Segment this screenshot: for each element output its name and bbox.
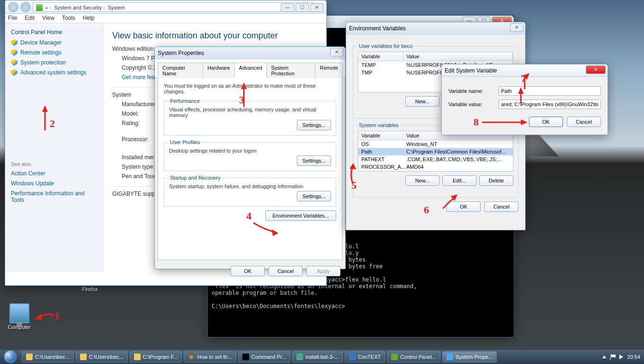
sidebar-advanced-system-settings[interactable]: Advanced system settings	[11, 69, 98, 76]
close-button[interactable]: ✕	[310, 3, 323, 12]
forward-button[interactable]	[20, 2, 31, 12]
computer-desktop-icon[interactable]: Computer	[3, 303, 36, 330]
menu-tools[interactable]: Tools	[62, 15, 75, 22]
system-new-button[interactable]: New...	[405, 175, 439, 186]
taskbar[interactable]: C:\Users\bec... C:\Users\bec... C:\Progr…	[0, 350, 644, 364]
tab-system-protection[interactable]: System Protection	[267, 63, 316, 78]
taskbar-item[interactable]: C:\Program F...	[130, 351, 182, 363]
icon-label: Firefox	[73, 286, 107, 292]
table-row-selected[interactable]: PathC:\Program Files\Common Files\Micros…	[358, 148, 513, 155]
tab-advanced[interactable]: Advanced	[234, 63, 267, 78]
ok-button[interactable]: OK	[529, 117, 563, 127]
sidebar-device-manager[interactable]: Device Manager	[11, 39, 98, 46]
taskbar-item[interactable]: How to set th...	[184, 351, 236, 363]
start-button[interactable]	[0, 350, 21, 364]
close-button[interactable]: ✕	[510, 23, 523, 32]
see-also-heading: See also	[11, 161, 98, 167]
title-bar[interactable]: Environment Variables ✕	[346, 22, 525, 35]
show-hidden-icons[interactable]	[602, 355, 606, 358]
taskbar-item-active[interactable]: System Prope...	[442, 351, 497, 363]
folder-icon	[26, 354, 33, 360]
user-profiles-group: User Profiles Desktop settings related t…	[164, 139, 336, 171]
table-row[interactable]: PROCESSOR_A...AMD64	[358, 163, 513, 171]
system-edit-button[interactable]: Edit...	[442, 175, 476, 186]
page-title: View basic information about your comput…	[112, 31, 318, 41]
settings-performance-button[interactable]: Settings...	[297, 120, 331, 130]
apply-button[interactable]: Apply	[306, 266, 340, 276]
system-delete-button[interactable]: Delete	[479, 175, 513, 186]
col-variable[interactable]: Variable	[358, 52, 403, 61]
col-value[interactable]: Value	[403, 52, 513, 61]
performance-group: Performance Visual effects, processor sc…	[164, 98, 336, 136]
legend-user-profiles: User Profiles	[169, 139, 201, 145]
close-button[interactable]: ✕	[330, 48, 343, 56]
menu-edit[interactable]: Edit	[25, 15, 35, 22]
sidebar-remote-settings[interactable]: Remote settings	[11, 49, 98, 56]
control-panel-icon	[36, 4, 43, 11]
col-variable[interactable]: Variable	[358, 131, 403, 140]
tab-hardware[interactable]: Hardware	[203, 63, 235, 78]
taskbar-item[interactable]: Control Panel...	[387, 351, 440, 363]
cancel-button[interactable]: Cancel	[268, 266, 303, 276]
menu-help[interactable]: Help	[83, 15, 95, 22]
system-variables-table[interactable]: VariableValue OSWindows_NT PathC:\Progra…	[358, 131, 513, 172]
startup-recovery-group: Startup and Recovery System startup, sys…	[164, 175, 336, 207]
taskbar-item[interactable]: Command Pr...	[238, 351, 290, 363]
desc-performance: Visual effects, processor scheduling, me…	[169, 107, 331, 118]
sidebar-action-center[interactable]: Action Center	[11, 170, 98, 177]
input-variable-name[interactable]	[499, 86, 601, 96]
system-icon	[447, 354, 453, 360]
folder-icon	[80, 354, 87, 360]
user-new-button[interactable]: New...	[405, 96, 439, 107]
admin-note: You must be logged on as an Administrato…	[164, 83, 336, 94]
back-button[interactable]	[8, 2, 18, 12]
title-bar[interactable]: System Properties ✕	[155, 47, 345, 59]
sidebar-windows-update[interactable]: Windows Update	[11, 180, 98, 187]
cancel-button[interactable]: Cancel	[484, 201, 519, 212]
ok-button[interactable]: OK	[231, 266, 265, 276]
settings-startup-button[interactable]: Settings...	[297, 191, 331, 201]
tab-computer-name[interactable]: Computer Name	[158, 63, 203, 78]
volume-icon[interactable]	[619, 355, 623, 359]
clock[interactable]: 20:54	[627, 354, 640, 360]
context-icon	[349, 354, 356, 360]
system-properties-dialog[interactable]: System Properties ✕ Computer Name Hardwa…	[154, 46, 346, 269]
menu-file[interactable]: File	[8, 15, 17, 22]
legend-system-vars: System variables	[358, 122, 400, 128]
control-panel-icon	[391, 354, 398, 360]
shield-icon	[11, 69, 18, 76]
action-center-icon[interactable]	[610, 354, 616, 360]
minimize-button[interactable]: —	[281, 3, 294, 12]
tab-strip: Computer Name Hardware Advanced System P…	[155, 59, 345, 78]
settings-user-profiles-button[interactable]: Settings...	[297, 155, 331, 166]
system-tray[interactable]: 20:54	[599, 354, 644, 360]
legend-performance: Performance	[169, 98, 201, 104]
environment-variables-button[interactable]: Environment Variables...	[265, 210, 336, 221]
monitor-icon	[9, 303, 29, 323]
edit-system-variable-dialog[interactable]: Edit System Variable ✕ Variable name: Va…	[441, 64, 608, 135]
close-button[interactable]: ✕	[586, 65, 606, 74]
breadcrumb-part[interactable]: System and Security	[54, 5, 102, 10]
input-variable-value[interactable]	[499, 100, 601, 109]
shield-icon	[11, 59, 18, 66]
menu-view[interactable]: View	[42, 15, 54, 22]
sidebar-system-protection[interactable]: System protection	[11, 59, 98, 66]
legend-startup: Startup and Recovery	[169, 175, 221, 181]
maximize-button[interactable]: ☐	[295, 3, 309, 12]
cancel-button[interactable]: Cancel	[567, 117, 601, 127]
sidebar-perf-info[interactable]: Performance Information and Tools	[11, 190, 98, 203]
folder-icon	[134, 354, 141, 360]
taskbar-item[interactable]: ConTEXT	[345, 351, 385, 363]
taskbar-item[interactable]: C:\Users\bec...	[22, 351, 74, 363]
table-row[interactable]: PATHEXT.COM;.EXE;.BAT;.CMD;.VBS;.VBE;.JS…	[358, 155, 513, 163]
ok-button[interactable]: OK	[447, 201, 481, 212]
title-bar[interactable]: Edit System Variable ✕	[442, 64, 608, 77]
breadcrumb-part[interactable]: «	[45, 5, 48, 10]
table-row[interactable]: OSWindows_NT	[358, 140, 513, 148]
taskbar-item[interactable]: install-bat-3-...	[292, 351, 343, 363]
control-panel-home-link[interactable]: Control Panel Home	[11, 29, 98, 36]
breadcrumb[interactable]: «› System and Security› System	[33, 2, 314, 12]
breadcrumb-part[interactable]: System	[108, 5, 125, 10]
tab-remote[interactable]: Remote	[315, 63, 343, 78]
taskbar-item[interactable]: C:\Users\bec...	[76, 351, 128, 363]
